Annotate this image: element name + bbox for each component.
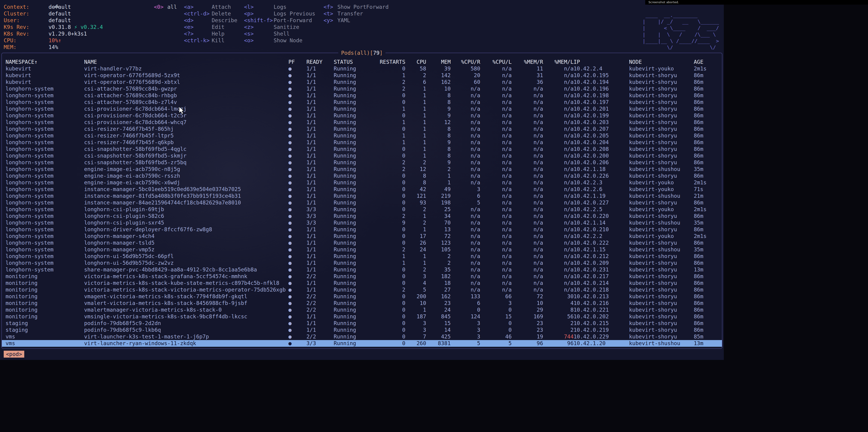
pod-row[interactable]: kubevirtvirt-handler-v77bz●1/1Running058… [2,65,722,72]
cell-ns: kubevirt [5,65,84,72]
pod-row[interactable]: longhorn-systemcsi-attacher-57689cc84b-r… [2,92,722,99]
cell-cpu: 1 [405,112,426,119]
pod-row[interactable]: stagingpodinfo-79db68f5c9-lkb6q●1/1Runni… [2,327,722,333]
pod-row[interactable]: longhorn-systemlonghorn-csi-plugin-582c6… [2,213,722,220]
pod-row[interactable]: longhorn-systemcsi-snapshotter-58bf69fbd… [2,146,722,153]
cell-age: 86m [694,199,720,206]
pod-row[interactable]: stagingpodinfo-79db68f5c9-2d2dn●1/1Runni… [2,320,722,327]
cell-meml: n/a [543,99,574,106]
table-title: Pods(all)[79] [338,50,385,56]
cell-age: 86m [694,239,720,246]
pod-row[interactable]: longhorn-systemcsi-provisioner-6c78dcb66… [2,112,722,119]
cell-cpur: n/a [451,260,480,266]
cell-name: longhorn-csi-plugin-69tjb [84,206,288,213]
pod-row[interactable]: longhorn-systemshare-manager-pvc-4bbd842… [2,266,722,273]
table-title-text: Pods(all)[ [341,50,373,56]
column-header-node: NODE [629,59,694,65]
cell-status: Running [334,287,378,293]
menu-label: Show Node [274,37,303,43]
cell-mem: 1 [426,173,451,179]
pod-row[interactable]: longhorn-systemlonghorn-csi-plugin-sxr45… [2,220,722,226]
pod-row[interactable]: longhorn-systemlonghorn-manager-vmp5z●1/… [2,246,722,253]
pod-row[interactable]: longhorn-systemengine-image-ei-acb7590c-… [2,179,722,186]
pod-row[interactable]: vmsvirt-launcher-ryan-windows-11-zkdqk●3… [2,340,722,347]
cell-name: vmalertmanager-victoria-metrics-k8s-stac… [84,306,288,313]
pod-row[interactable]: monitoringvictoria-metrics-k8s-stack-kub… [2,280,722,287]
cell-status: Running [334,300,378,306]
cell-mem: 70 [426,220,451,226]
cell-cpu: 1 [405,153,426,159]
cell-meml: n/a [543,287,574,293]
pod-row[interactable]: kubevirtvirt-operator-6776f5689d-5zx9t●1… [2,72,722,79]
pod-row[interactable]: longhorn-systemlonghorn-manager-s4ch4●1/… [2,233,722,239]
cell-node: kubevirt-shoryu [629,293,694,300]
pod-row[interactable]: monitoringvictoria-metrics-k8s-stack-vic… [2,287,722,293]
pod-row[interactable]: longhorn-systemcsi-snapshotter-58bf69fbd… [2,153,722,159]
pod-row[interactable]: longhorn-systemlonghorn-csi-plugin-69tjb… [2,206,722,213]
cell-status: Running [334,112,378,119]
pod-row[interactable]: longhorn-systemcsi-provisioner-6c78dcb66… [2,119,722,126]
table-title-count: 79 [373,50,379,56]
cell-restarts: 0 [378,320,405,327]
pod-row[interactable]: monitoringvmsingle-victoria-metrics-k8s-… [2,313,722,320]
cell-ready: 1/1 [306,320,334,327]
pod-row[interactable]: longhorn-systemcsi-resizer-7466f7b45f-lt… [2,132,722,139]
cell-age: 21m [694,193,720,199]
pod-row[interactable]: longhorn-systemlonghorn-manager-tsld5●1/… [2,239,722,246]
pod-row[interactable]: longhorn-systeminstance-manager-5bc01eeb… [2,186,722,193]
cell-pf: ● [288,153,306,159]
pod-row[interactable]: longhorn-systemengine-image-ei-acb7590c-… [2,166,722,173]
cell-cpul: n/a [480,233,512,239]
pod-row[interactable]: monitoringvmalertmanager-victoria-metric… [2,306,722,313]
cell-age: 13m [694,340,720,347]
cell-ns: staging [5,320,84,327]
cell-mem: 8 [426,146,451,153]
pod-row[interactable]: kubevirtvirt-operator-6776f5689d-xbtxl●1… [2,79,722,86]
pod-row[interactable]: longhorn-systemcsi-resizer-7466f7b45f-q6… [2,139,722,146]
pod-row[interactable]: longhorn-systemlonghorn-ui-56d9b575dc-66… [2,253,722,260]
cell-name: csi-attacher-57689cc84b-gwzpr [84,86,288,92]
pod-row[interactable]: monitoringvmalert-victoria-metrics-k8s-s… [2,300,722,306]
cell-cpur: 3 [451,327,480,333]
cell-mem: 34 [426,213,451,220]
cell-ip: 10.42.1.15 [574,246,629,253]
cell-cpul: n/a [480,99,512,106]
pod-row[interactable]: monitoringvictoria-metrics-k8s-stack-gra… [2,273,722,280]
cell-mem: 8 [426,132,451,139]
cell-cpu: 7 [405,333,426,340]
cell-ns: longhorn-system [5,146,84,153]
cell-meml: 96 [543,340,574,347]
cell-cpur: n/a [451,126,480,132]
pod-row[interactable]: longhorn-systemcsi-attacher-57689cc84b-g… [2,86,722,92]
cell-name: csi-snapshotter-58bf69fbd5-skmjr [84,153,288,159]
cell-node: kubevirt-shoryu [629,146,694,153]
pod-row[interactable]: longhorn-systemcsi-resizer-7466f7b45f-86… [2,126,722,132]
cell-name: vmsingle-victoria-metrics-k8s-stack-9bc8… [84,313,288,320]
cell-cpul: n/a [480,119,512,126]
cell-cpu: 10 [405,300,426,306]
pod-row[interactable]: longhorn-systemengine-image-ei-acb7590c-… [2,173,722,179]
pod-row[interactable]: vmsvirt-launcher-k3s-test-1-master-1-j6p… [2,333,722,340]
breadcrumb-pod[interactable]: <pod> [4,351,24,358]
pod-row[interactable]: longhorn-systemcsi-snapshotter-58bf69fbd… [2,159,722,166]
cell-meml: n/a [543,106,574,112]
pod-row[interactable]: monitoringvmagent-victoria-metrics-k8s-s… [2,293,722,300]
cell-memr: n/a [512,153,543,159]
menu-label: Sanitize [274,24,299,30]
cell-name: longhorn-manager-vmp5z [84,246,288,253]
cell-memr: n/a [512,139,543,146]
pod-row[interactable]: longhorn-systemcsi-provisioner-6c78dcb66… [2,106,722,112]
cell-ready: 3/3 [306,213,334,220]
cell-status: Running [334,333,378,340]
cell-pf: ● [288,220,306,226]
menu-label: Show PortForward [337,4,389,10]
cell-ip: 10.42.1.18 [574,166,629,173]
pod-row[interactable]: longhorn-systemlonghorn-driver-deployer-… [2,226,722,233]
cell-status: Running [334,173,378,179]
pod-row[interactable]: longhorn-systemlonghorn-ui-56d9b575dc-zw… [2,260,722,266]
cell-cpul: n/a [480,173,512,179]
cell-status: Running [334,260,378,266]
pod-row[interactable]: longhorn-systeminstance-manager-81fd5a40… [2,193,722,199]
pod-row[interactable]: longhorn-systeminstance-manager-84ae2159… [2,199,722,206]
pod-row[interactable]: longhorn-systemcsi-attacher-57689cc84b-z… [2,99,722,106]
